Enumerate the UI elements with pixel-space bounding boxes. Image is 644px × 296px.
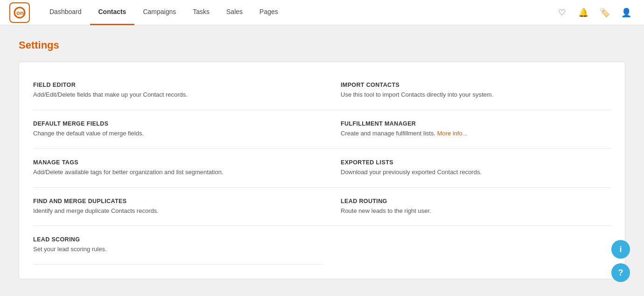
app-logo: on <box>9 2 30 23</box>
help-buttons: i ? <box>611 240 630 282</box>
setting-title: FIELD EDITOR <box>33 82 313 88</box>
setting-title: IMPORT CONTACTS <box>341 82 602 88</box>
setting-desc: Create and manage fulfillment lists. Mor… <box>341 129 602 138</box>
setting-field-editor[interactable]: FIELD EDITOR Add/Edit/Delete fields that… <box>33 71 322 110</box>
setting-lead-scoring[interactable]: LEAD SCORING Set your lead scoring rules… <box>33 226 322 265</box>
settings-card: FIELD EDITOR Add/Edit/Delete fields that… <box>19 62 625 279</box>
setting-title: FIND AND MERGE DUPLICATES <box>33 198 313 204</box>
setting-desc: Change the default value of merge fields… <box>33 129 313 138</box>
setting-title: MANAGE TAGS <box>33 159 313 166</box>
nav-campaigns[interactable]: Campaigns <box>134 0 184 25</box>
setting-exported-lists[interactable]: EXPORTED LISTSDownload your previously e… <box>322 149 611 188</box>
setting-lead-routing[interactable]: LEAD ROUTINGRoute new leads to the right… <box>322 188 611 226</box>
info-button[interactable]: i <box>611 240 630 259</box>
setting-desc: Route new leads to the right user. <box>341 207 602 216</box>
top-navigation: on Dashboard Contacts Campaigns Tasks Sa… <box>0 0 644 25</box>
setting-empty <box>322 226 611 265</box>
more-info-link[interactable]: More info... <box>437 130 468 137</box>
favorites-icon[interactable]: ♡ <box>553 4 570 21</box>
setting-desc: Add/Edit/Delete fields that make up your… <box>33 91 313 99</box>
setting-title: DEFAULT MERGE FIELDS <box>33 120 313 127</box>
page-content: Settings FIELD EDITOR Add/Edit/Delete fi… <box>0 25 644 293</box>
nav-dashboard[interactable]: Dashboard <box>41 0 90 25</box>
settings-grid: FIELD EDITOR Add/Edit/Delete fields that… <box>33 71 611 265</box>
setting-find-merge-duplicates[interactable]: FIND AND MERGE DUPLICATES Identify and m… <box>33 188 322 226</box>
rewards-icon[interactable]: 🏷️ <box>596 4 613 21</box>
setting-title: LEAD SCORING <box>33 236 313 243</box>
setting-desc: Set your lead scoring rules. <box>33 245 313 254</box>
setting-default-merge-fields[interactable]: DEFAULT MERGE FIELDS Change the default … <box>33 110 322 149</box>
setting-manage-tags[interactable]: MANAGE TAGS Add/Delete available tags fo… <box>33 149 322 188</box>
setting-desc: Download your previously exported Contac… <box>341 168 602 177</box>
nav-sales[interactable]: Sales <box>218 0 251 25</box>
setting-desc: Identify and merge duplicate Contacts re… <box>33 207 313 216</box>
setting-title: EXPORTED LISTS <box>341 159 602 166</box>
page-title: Settings <box>19 39 625 51</box>
setting-title: LEAD ROUTING <box>341 198 602 204</box>
nav-pages[interactable]: Pages <box>251 0 287 25</box>
setting-desc: Add/Delete available tags for better org… <box>33 168 313 177</box>
setting-title: FULFILLMENT MANAGER <box>341 120 602 127</box>
setting-fulfillment-manager[interactable]: FULFILLMENT MANAGERCreate and manage ful… <box>322 110 611 149</box>
nav-contacts[interactable]: Contacts <box>90 0 135 25</box>
help-button[interactable]: ? <box>611 263 630 282</box>
nav-links: Dashboard Contacts Campaigns Tasks Sales… <box>41 0 553 25</box>
svg-text:on: on <box>16 9 24 16</box>
nav-tasks[interactable]: Tasks <box>184 0 218 25</box>
profile-icon[interactable]: 👤 <box>618 4 635 21</box>
setting-import-contacts[interactable]: IMPORT CONTACTSUse this tool to import C… <box>322 71 611 110</box>
nav-icons: ♡ 🔔 🏷️ 👤 <box>553 4 635 21</box>
notifications-icon[interactable]: 🔔 <box>575 4 592 21</box>
setting-desc: Use this tool to import Contacts directl… <box>341 91 602 99</box>
